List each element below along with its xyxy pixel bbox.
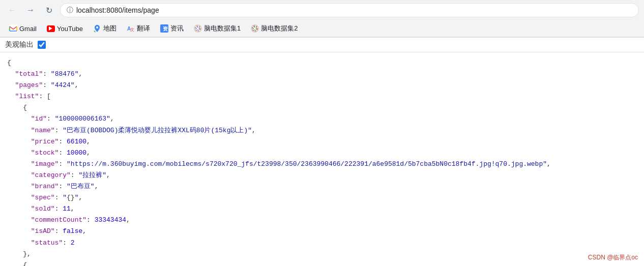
reload-button[interactable]: ↻	[42, 3, 56, 17]
page-toolbar: 美观输出	[0, 38, 644, 52]
news-icon: 资	[160, 24, 168, 33]
bookmark-brain2[interactable]: 脑电数据集2	[247, 22, 302, 35]
json-content: { "total": "88476", "pages": "4424", "li…	[0, 52, 644, 266]
maps-icon	[93, 24, 101, 33]
gmail-icon	[9, 24, 17, 33]
toolbar-label: 美观输出	[5, 40, 34, 49]
watermark: CSDN @临界点oc	[588, 253, 638, 262]
bookmark-maps[interactable]: 地图	[89, 22, 121, 35]
back-button[interactable]: ←	[5, 3, 19, 17]
bookmark-translate-label: 翻译	[137, 24, 150, 33]
bookmark-youtube[interactable]: YouTube	[43, 23, 87, 34]
url-input[interactable]	[76, 6, 632, 14]
bookmark-news-label: 资讯	[170, 24, 184, 33]
svg-text:资: 资	[163, 26, 168, 32]
address-bar[interactable]: ⓘ	[60, 3, 639, 17]
brain2-icon	[251, 24, 259, 33]
svg-point-8	[196, 27, 199, 30]
youtube-icon	[47, 24, 55, 33]
secure-icon: ⓘ	[67, 6, 73, 15]
browser-chrome: ← → ↻ ⓘ Gmail	[0, 0, 644, 38]
bookmark-maps-label: 地图	[103, 24, 116, 33]
bookmark-gmail[interactable]: Gmail	[5, 23, 41, 34]
bookmark-youtube-label: YouTube	[57, 25, 83, 33]
browser-toolbar: ← → ↻ ⓘ	[0, 0, 644, 20]
bookmark-gmail-label: Gmail	[19, 25, 37, 33]
svg-point-1	[96, 26, 98, 28]
svg-text:文: 文	[130, 27, 134, 32]
translate-icon: A 文	[127, 24, 135, 33]
bookmark-brain1-label: 脑电数据集1	[204, 24, 241, 33]
brain1-icon	[194, 24, 202, 33]
bookmark-translate[interactable]: A 文 翻译	[123, 22, 154, 35]
bookmark-brain1[interactable]: 脑电数据集1	[190, 22, 245, 35]
bookmark-news[interactable]: 资 资讯	[156, 22, 188, 35]
bookmark-brain2-label: 脑电数据集2	[261, 24, 298, 33]
bookmarks-bar: Gmail YouTube 地图 A	[0, 20, 644, 37]
forward-button[interactable]: →	[23, 3, 38, 17]
svg-point-11	[253, 27, 256, 30]
pretty-print-checkbox[interactable]	[38, 41, 46, 49]
